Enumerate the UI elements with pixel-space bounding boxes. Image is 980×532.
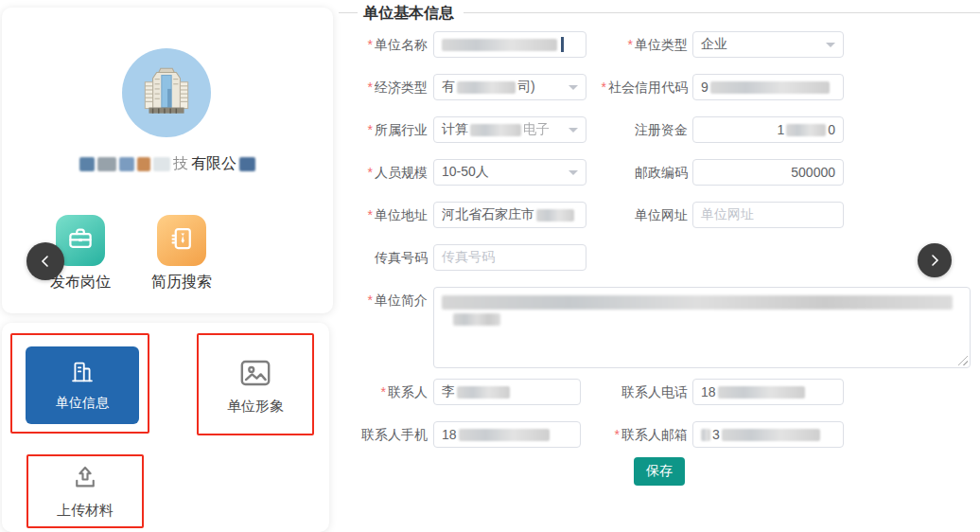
company-name: 技 有限公	[2, 154, 333, 174]
carousel-next-button[interactable]	[918, 243, 952, 277]
value-fragment: 18	[442, 427, 457, 442]
resize-handle-icon[interactable]	[957, 355, 968, 365]
fax-input[interactable]: 传真号码	[433, 244, 586, 271]
input-value: 500000	[791, 165, 835, 180]
company-profile-page: 技 有限公 发布岗位	[0, 0, 980, 532]
masked-block	[97, 157, 116, 171]
contact-mobile-input[interactable]: 18	[433, 421, 581, 448]
masked-text-line	[442, 295, 953, 310]
masked-block	[79, 157, 95, 171]
masked-value	[442, 39, 557, 51]
field-label-contact: *联系人	[339, 385, 428, 399]
masked-value	[786, 124, 826, 136]
resume-search-icon	[167, 224, 196, 257]
economy-type-select[interactable]: 有 司)	[433, 74, 586, 100]
credit-code-input[interactable]: 9	[692, 74, 844, 100]
input-placeholder: 传真号码	[442, 249, 495, 266]
masked-value	[710, 81, 830, 94]
legend-line-right	[464, 12, 980, 13]
field-label-staff-size: *人员规模	[339, 166, 428, 180]
value-fragment: 计算	[442, 121, 468, 138]
masked-value	[722, 429, 820, 441]
field-label-contact-phone: 联系人电话	[566, 385, 688, 399]
field-label-economy-type: *经济类型	[339, 80, 428, 95]
staff-size-select[interactable]: 10-50人	[433, 159, 586, 186]
postal-code-input[interactable]: 500000	[692, 159, 844, 186]
save-button[interactable]: 保存	[634, 457, 685, 486]
nav-item-company-info[interactable]: 单位信息	[26, 346, 139, 424]
intro-textarea[interactable]	[433, 287, 971, 368]
legend-line-left	[339, 12, 358, 13]
masked-block	[119, 157, 134, 171]
field-label-fax: 传真号码	[339, 251, 428, 265]
chevron-left-icon	[39, 255, 52, 268]
registered-capital-input[interactable]: 1 0	[692, 116, 844, 143]
nav-item-label: 单位信息	[56, 395, 109, 412]
masked-value	[718, 386, 805, 399]
value-fragment: 9	[701, 80, 709, 95]
contact-email-input[interactable]: 3	[692, 421, 844, 448]
unit-type-select[interactable]: 企业	[692, 31, 844, 58]
chevron-right-icon	[928, 254, 941, 267]
building-icon	[69, 359, 96, 388]
masked-value	[701, 429, 710, 441]
masked-value	[457, 386, 510, 399]
building-illustration-icon	[135, 60, 198, 126]
company-name-fragment: 技	[173, 154, 188, 174]
masked-value	[459, 429, 550, 441]
value-fragment: 0	[828, 122, 835, 137]
contact-phone-input[interactable]: 18	[692, 379, 844, 405]
company-avatar	[122, 48, 211, 137]
masked-value	[470, 124, 521, 136]
picture-icon	[239, 359, 271, 390]
value-fragment: 河北省石家庄市	[442, 206, 534, 223]
upload-icon	[71, 463, 99, 494]
masked-block	[137, 157, 150, 171]
nav-item-label: 单位形象	[227, 398, 284, 416]
select-value: 10-50人	[442, 164, 489, 181]
select-value: 企业	[701, 36, 727, 53]
value-fragment: 1	[777, 122, 784, 137]
value-fragment: 18	[701, 384, 716, 399]
input-placeholder: 单位网址	[701, 206, 754, 223]
resume-search-button[interactable]	[157, 215, 206, 266]
masked-block	[239, 157, 255, 171]
field-label-intro: *单位简介	[339, 293, 428, 308]
nav-item-upload-materials[interactable]: 上传材料	[26, 457, 144, 525]
unit-website-input[interactable]: 单位网址	[692, 202, 844, 228]
field-label-credit-code: *社会信用代码	[566, 80, 688, 95]
unit-name-input[interactable]	[433, 31, 586, 58]
company-name-fragment: 有限公	[191, 154, 236, 174]
field-label-contact-mobile: 联系人手机	[339, 428, 428, 442]
field-label-postal-code: 邮政编码	[566, 166, 688, 180]
masked-block	[153, 157, 170, 171]
field-label-unit-address: *单位地址	[339, 208, 428, 222]
industry-select[interactable]: 计算 电子	[433, 116, 586, 143]
value-fragment: 电子	[523, 121, 550, 138]
field-label-unit-type: *单位类型	[566, 38, 688, 52]
field-label-unit-website: 单位网址	[566, 208, 688, 222]
carousel-prev-button[interactable]	[26, 242, 64, 280]
masked-text-line	[453, 313, 500, 326]
masked-value	[457, 81, 516, 94]
field-label-registered-capital: 注册资金	[566, 123, 688, 137]
field-label-contact-email: *联系人邮箱	[566, 428, 688, 442]
form-title: 单位基本信息	[363, 4, 454, 24]
unit-address-input[interactable]: 河北省石家庄市	[433, 202, 586, 228]
value-fragment: 3	[712, 427, 720, 442]
contact-input[interactable]: 李	[433, 379, 581, 405]
value-fragment: 李	[442, 383, 455, 400]
briefcase-icon	[66, 224, 95, 257]
text-cursor	[561, 37, 564, 52]
value-fragment: 有	[442, 79, 455, 96]
field-label-unit-name: *单位名称	[339, 38, 428, 52]
resume-search-label[interactable]: 简历搜索	[134, 273, 229, 293]
chevron-down-icon	[826, 43, 835, 52]
nav-item-label: 上传材料	[57, 502, 114, 520]
field-label-industry: *所属行业	[339, 123, 428, 137]
nav-item-company-image[interactable]: 单位形象	[197, 340, 314, 434]
value-fragment: 司)	[517, 79, 535, 96]
